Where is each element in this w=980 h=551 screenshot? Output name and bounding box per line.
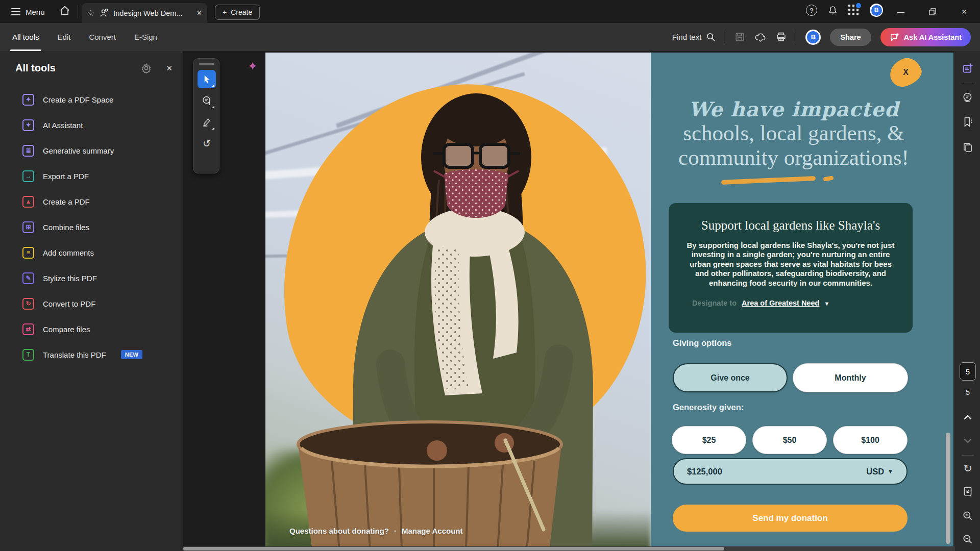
ai-assistant-icon: ✦ [22,119,34,131]
send-donation-button[interactable]: Send my donation [673,505,908,532]
find-text-label: Find text [672,33,702,41]
tool-list-item[interactable]: ≡ Add comments [0,240,183,265]
minimize-button[interactable]: — [885,0,917,23]
highlighter-tool-button[interactable] [198,113,216,131]
combine-files-icon: ⊞ [22,221,34,233]
tool-label: Combine files [43,223,89,232]
questions-link[interactable]: Questions about donating? [289,527,389,535]
tool-list-item[interactable]: ≣ Generative summary [0,138,183,163]
select-tool-button[interactable] [198,70,216,88]
tool-list-item[interactable]: ✦ AI Assistant [0,112,183,138]
giving-options-label: Giving options [673,338,732,348]
panel-title: All tools [15,62,56,74]
tools-list: ✦ Create a PDF Space ✦ AI Assistant ≣ Ge… [0,87,183,367]
window-controls: — ✕ [885,0,980,23]
tool-list-item[interactable]: → Export a PDF [0,163,183,189]
page-number-input[interactable]: 5 [960,362,976,381]
page-view-icon[interactable] [955,486,980,497]
share-button[interactable]: Share [830,29,871,46]
tool-list-item[interactable]: T Translate this PDF NEW [0,342,183,367]
tool-list-item[interactable]: ↻ Convert to PDF [0,291,183,316]
generative-summary-icon[interactable] [955,63,980,74]
menu-button[interactable]: Menu [11,4,45,19]
print-icon[interactable] [776,32,787,42]
toolbar-tabs: All tools Edit Convert E-Sign [12,23,157,51]
cloud-save-icon[interactable] [754,32,767,42]
home-icon [59,5,70,16]
give-once-button[interactable]: Give once [673,363,788,392]
previous-page-button[interactable] [955,414,980,420]
find-text-button[interactable]: Find text [672,32,716,42]
create-label: Create [231,8,252,16]
tool-label: Generative summary [43,146,114,155]
card-body: By supporting local gardens like Shayla'… [683,241,898,288]
tool-list-item[interactable]: ⊞ Combine files [0,214,183,240]
toolbar-tab[interactable]: All tools [12,23,39,51]
brush-underline [721,176,816,185]
generosity-label: Generosity given: [673,403,744,412]
manage-account-link[interactable]: Manage Account [402,527,462,535]
hero-photo: Questions about donating? · Manage Accou… [265,53,651,551]
account-avatar[interactable]: B [870,4,883,17]
close-tab-icon[interactable]: ✕ [197,9,202,17]
titlebar-separator [78,5,78,18]
zoom-in-icon[interactable] [955,510,980,521]
home-button[interactable] [59,5,70,16]
impact-headline: We have impacted schools, local gardens,… [651,97,937,170]
monthly-button[interactable]: Monthly [793,363,908,392]
ai-assistant-spark-icon[interactable]: ✦ [248,59,258,73]
panel-close-button[interactable]: X [886,55,924,90]
vertical-scrollbar-thumb[interactable] [946,433,950,544]
toolbar-tab[interactable]: E-Sign [134,23,157,51]
translate-pdf-icon: T [22,349,34,361]
comments-panel-icon[interactable] [955,92,980,103]
tool-label: Convert to PDF [43,299,95,308]
currency-dropdown[interactable]: USD ▼ [866,467,893,477]
help-icon[interactable]: ? [806,5,817,16]
bookmarks-panel-icon[interactable] [955,116,980,128]
apps-grid-icon[interactable] [848,5,860,16]
profile-avatar[interactable]: B [805,30,821,45]
all-tools-panel: All tools ✕ ✦ Create a PDF Space ✦ AI As… [0,51,183,551]
designate-dropdown[interactable]: Area of Greatest Need [742,299,819,307]
zoom-out-icon[interactable] [955,534,980,545]
rotate-page-icon[interactable]: ↻ [955,462,980,474]
notification-dot [856,3,861,8]
draw-loop-tool-button[interactable]: ↺ [198,134,216,153]
document-tab[interactable]: ☆ Indesign Web Dem... ✕ [82,3,207,23]
notifications-icon[interactable] [827,5,838,16]
amount-button[interactable]: $50 [752,426,827,454]
tool-list-item[interactable]: ✎ Stylize this PDF [0,265,183,291]
pages-panel-icon[interactable] [955,142,980,153]
toolbar-tab[interactable]: Convert [89,23,116,51]
close-window-button[interactable]: ✕ [948,0,980,23]
amount-button[interactable]: $25 [672,426,746,454]
menu-label: Menu [26,8,45,16]
drag-handle[interactable] [199,63,214,65]
tool-list-item[interactable]: ✦ Create a PDF Space [0,87,183,112]
chevron-down-icon: ▼ [824,300,829,307]
designate-prefix: Designate to [692,299,737,307]
export-pdf-icon: → [22,170,34,182]
document-tab-title: Indesign Web Dem... [113,9,182,17]
tool-label: Create a PDF Space [43,95,113,104]
tool-label: Create a PDF [43,197,90,206]
star-icon[interactable]: ☆ [87,8,94,18]
brush-underline-dot [823,176,834,181]
close-panel-icon[interactable]: ✕ [166,64,173,73]
gear-icon[interactable] [141,63,152,73]
amount-button[interactable]: $100 [833,426,908,454]
toolbar-tab[interactable]: Edit [58,23,71,51]
tool-list-item[interactable]: ▲ Create a PDF [0,189,183,214]
create-tab-button[interactable]: + Create [215,5,260,20]
save-icon[interactable] [734,32,745,42]
horizontal-scrollbar[interactable] [183,546,954,551]
ask-ai-assistant-button[interactable]: Ask AI Assistant [880,28,971,46]
restore-button[interactable] [917,0,948,23]
pdf-space-icon: ✦ [22,94,34,106]
next-page-button[interactable] [955,438,980,444]
comment-tool-button[interactable] [198,91,216,110]
custom-amount-input[interactable]: $125,000 USD ▼ [673,458,908,485]
search-icon [706,32,716,42]
tool-list-item[interactable]: ⇄ Compare files [0,316,183,342]
